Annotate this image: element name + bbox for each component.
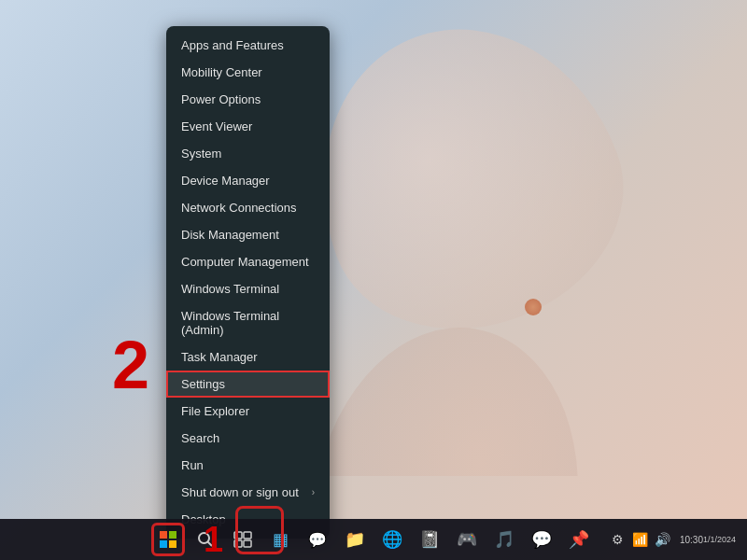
menu-item-settings[interactable]: Settings xyxy=(166,371,330,398)
teams-chat-button[interactable]: 💬 xyxy=(301,523,334,556)
menu-item-label: Mobility Center xyxy=(181,65,262,79)
menu-item-network-connections[interactable]: Network Connections xyxy=(166,194,330,221)
time-display: 10:30 xyxy=(680,535,703,545)
desktop-wallpaper-decoration xyxy=(317,28,672,476)
menu-item-label: Shut down or sign out xyxy=(181,485,299,499)
menu-item-label: Windows Terminal (Admin) xyxy=(181,309,315,337)
settings-tray-icon[interactable]: ⚙ xyxy=(609,530,627,549)
phone-link-button[interactable]: 💬 xyxy=(525,523,558,556)
menu-item-label: File Explorer xyxy=(181,404,249,418)
context-menu: Apps and FeaturesMobility CenterPower Op… xyxy=(166,26,330,539)
menu-item-label: Apps and Features xyxy=(181,38,284,52)
menu-item-label: Run xyxy=(181,458,204,472)
task-view-icon xyxy=(233,531,252,548)
menu-item-label: System xyxy=(181,147,221,161)
menu-item-label: Computer Management xyxy=(181,255,309,269)
menu-item-power-options[interactable]: Power Options xyxy=(166,86,330,113)
swirl-dot xyxy=(525,299,542,315)
menu-item-label: Settings xyxy=(181,377,225,391)
swirl-shape-1 xyxy=(317,28,658,369)
menu-item-task-manager[interactable]: Task Manager xyxy=(166,343,330,371)
menu-item-windows-terminal-admin[interactable]: Windows Terminal (Admin) xyxy=(166,302,330,343)
menu-item-apps-and-features[interactable]: Apps and Features xyxy=(166,32,330,59)
svg-rect-4 xyxy=(234,540,242,547)
edge-taskbar-button[interactable]: 🌐 xyxy=(375,523,409,556)
windows-logo xyxy=(160,531,176,548)
menu-item-label: Power Options xyxy=(181,92,261,106)
menu-item-file-explorer[interactable]: File Explorer xyxy=(166,398,330,425)
clock-tray: 10:30 1/1/2024 xyxy=(676,530,740,549)
menu-item-label: Disk Management xyxy=(181,228,279,242)
step-2-label: 2 xyxy=(112,327,149,403)
swirl-shape-2 xyxy=(317,306,605,476)
menu-item-label: Device Manager xyxy=(181,174,270,188)
svg-rect-5 xyxy=(244,540,251,547)
menu-item-label: Task Manager xyxy=(181,350,258,364)
menu-item-event-viewer[interactable]: Event Viewer xyxy=(166,113,330,140)
file-explorer-taskbar-button[interactable]: 📁 xyxy=(338,523,372,556)
start-button[interactable] xyxy=(151,523,185,556)
menu-item-shut-down-or-sign-out[interactable]: Shut down or sign out› xyxy=(166,479,330,506)
win-sq-1 xyxy=(160,531,167,539)
desktop: 2 Apps and FeaturesMobility CenterPower … xyxy=(0,0,747,560)
network-tray-icon[interactable]: 📶 xyxy=(631,530,650,549)
svg-rect-2 xyxy=(234,532,242,539)
menu-item-label: Windows Terminal xyxy=(181,282,279,296)
menu-item-disk-management[interactable]: Disk Management xyxy=(166,221,330,248)
submenu-arrow-icon: › xyxy=(312,487,315,497)
menu-item-run[interactable]: Run xyxy=(166,452,330,479)
task-view-button[interactable] xyxy=(226,523,260,556)
system-tray: ⚙ 📶 🔊 10:30 1/1/2024 xyxy=(609,530,740,549)
menu-item-label: Event Viewer xyxy=(181,119,252,133)
win-sq-2 xyxy=(169,531,176,539)
menu-item-label: Search xyxy=(181,431,219,445)
win-sq-4 xyxy=(169,540,176,548)
discord-taskbar-button[interactable]: 🎮 xyxy=(450,523,484,556)
menu-item-computer-management[interactable]: Computer Management xyxy=(166,248,330,275)
date-display: 1/1/2024 xyxy=(703,535,736,544)
taskbar: ▦ 💬 📁 🌐 📓 🎮 🎵 💬 📌 ⚙ 📶 🔊 10:3 xyxy=(0,519,747,560)
sticky-notes-button[interactable]: 📌 xyxy=(562,523,596,556)
svg-rect-3 xyxy=(244,532,251,539)
menu-item-search[interactable]: Search xyxy=(166,425,330,452)
menu-item-label: Network Connections xyxy=(181,201,297,215)
widgets-button[interactable]: ▦ xyxy=(263,523,297,556)
volume-tray-icon[interactable]: 🔊 xyxy=(654,530,672,549)
step-1-label: 1 xyxy=(204,520,223,560)
spotify-taskbar-button[interactable]: 🎵 xyxy=(487,523,521,556)
win-sq-3 xyxy=(160,540,167,548)
menu-item-device-manager[interactable]: Device Manager xyxy=(166,167,330,194)
menu-item-mobility-center[interactable]: Mobility Center xyxy=(166,59,330,86)
onenote-taskbar-button[interactable]: 📓 xyxy=(413,523,446,556)
menu-item-system[interactable]: System xyxy=(166,140,330,167)
menu-item-windows-terminal[interactable]: Windows Terminal xyxy=(166,275,330,302)
